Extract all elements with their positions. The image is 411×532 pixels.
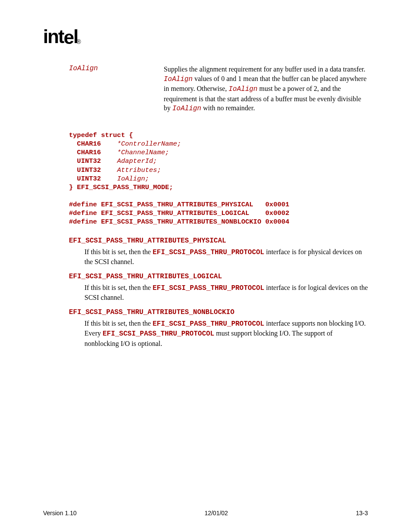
brand-logo: intel® — [43, 26, 368, 47]
code-it: IoAlign; — [117, 175, 149, 183]
code-kw: UINT32 — [69, 166, 117, 174]
code-line: } EFI_SCSI_PASS_THRU_MODE; — [69, 184, 173, 191]
code-line: #define EFI_SCSI_PASS_THRU_ATTRIBUTES_NO… — [69, 218, 290, 226]
attr-name: EFI_SCSI_PASS_THRU_ATTRIBUTES_LOGICAL — [69, 273, 368, 280]
attr-desc: If this bit is set, then the EFI_SCSI_PA… — [84, 247, 368, 267]
code-kw: UINT32 — [69, 175, 117, 183]
attributes-section: EFI_SCSI_PASS_THRU_ATTRIBUTES_PHYSICAL I… — [69, 237, 368, 348]
page-footer: Version 1.10 12/01/02 13-3 — [43, 510, 368, 516]
code-inline: EFI_SCSI_PASS_THRU_PROTOCOL — [153, 284, 264, 292]
param-description: Supplies the alignment requirement for a… — [164, 65, 368, 114]
code-inline: EFI_SCSI_PASS_THRU_PROTOCOL — [153, 320, 264, 328]
code-line: #define EFI_SCSI_PASS_THRU_ATTRIBUTES_PH… — [69, 201, 290, 208]
text: Supplies the alignment requirement for a… — [164, 65, 365, 73]
parameter-row: IoAlign Supplies the alignment requireme… — [69, 65, 368, 114]
code-it: AdapterId; — [117, 157, 157, 165]
code-inline: IoAlign — [164, 75, 193, 83]
code-line: #define EFI_SCSI_PASS_THRU_ATTRIBUTES_LO… — [69, 209, 290, 217]
code-inline: EFI_SCSI_PASS_THRU_PROTOCOL — [153, 249, 264, 256]
text: If this bit is set, then the — [84, 248, 153, 255]
footer-page: 13-3 — [356, 510, 368, 516]
code-kw: CHAR16 — [69, 149, 117, 156]
code-inline: EFI_SCSI_PASS_THRU_PROTOCOL — [103, 330, 214, 338]
code-inline: IoAlign — [228, 85, 257, 93]
text: If this bit is set, then the — [84, 284, 153, 291]
attr-name: EFI_SCSI_PASS_THRU_ATTRIBUTES_PHYSICAL — [69, 237, 368, 245]
code-line: typedef struct { — [69, 131, 133, 139]
code-it: Attributes; — [117, 166, 161, 174]
code-block-struct: typedef struct { CHAR16 *ControllerName;… — [69, 131, 368, 227]
code-it: *ChannelName; — [117, 149, 169, 156]
code-inline: IoAlign — [172, 105, 201, 112]
code-it: *ControllerName; — [117, 140, 181, 148]
attr-desc: If this bit is set, then the EFI_SCSI_PA… — [84, 319, 368, 348]
footer-version: Version 1.10 — [43, 510, 77, 516]
param-term: IoAlign — [69, 65, 164, 114]
text: If this bit is set, then the — [84, 320, 153, 327]
code-kw: CHAR16 — [69, 140, 117, 148]
code-kw: UINT32 — [69, 157, 117, 165]
attr-desc: If this bit is set, then the EFI_SCSI_PA… — [84, 283, 368, 302]
text: with no remainder. — [201, 104, 255, 112]
attr-name: EFI_SCSI_PASS_THRU_ATTRIBUTES_NONBLOCKIO — [69, 308, 368, 316]
footer-date: 12/01/02 — [205, 510, 228, 516]
